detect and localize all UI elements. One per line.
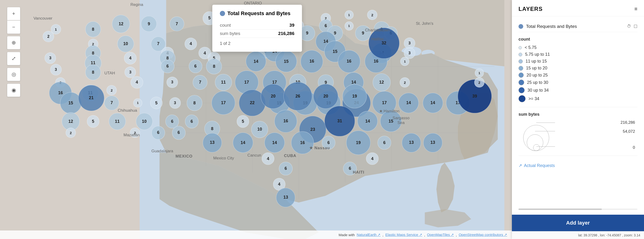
map-bubble[interactable]: 4 bbox=[124, 52, 136, 65]
actual-requests-link[interactable]: ↗ Actual Requests bbox=[518, 161, 638, 170]
openstreetmap-link[interactable]: OpenStreetMap contributors ↗ bbox=[458, 233, 507, 237]
map-bubble[interactable]: 5 bbox=[150, 97, 163, 109]
map-bubble[interactable]: 19 bbox=[346, 131, 370, 155]
naturalearth-link[interactable]: NaturalEarth ↗ bbox=[357, 233, 380, 237]
map-bubble[interactable]: 4 bbox=[185, 38, 197, 50]
legend-divider bbox=[518, 107, 638, 107]
tooltip-bytes-row: sum bytes 216,286 bbox=[220, 30, 294, 38]
map-bubble[interactable]: 16 bbox=[338, 50, 360, 73]
tooltip-count-value: 39 bbox=[290, 23, 294, 28]
size-label-small: 0 bbox=[633, 145, 635, 150]
map-bubble[interactable]: 10 bbox=[251, 121, 268, 138]
map-bubble[interactable]: 8 bbox=[85, 65, 101, 80]
panel-scrollbar[interactable] bbox=[518, 208, 638, 210]
map-bubble[interactable]: 2 bbox=[474, 77, 484, 87]
comma-1: , bbox=[382, 233, 383, 237]
map-bubble[interactable]: 14 bbox=[398, 93, 419, 113]
map-bubble[interactable]: 21 bbox=[78, 85, 104, 111]
map-bubble[interactable]: 5 bbox=[236, 115, 249, 128]
map-bubble[interactable]: 31 bbox=[324, 106, 355, 136]
map-bubble[interactable]: 2 bbox=[107, 85, 117, 95]
map-bubble[interactable]: 8 bbox=[206, 59, 222, 74]
map-bubble[interactable]: 20 bbox=[313, 84, 338, 109]
coordinates-bar: lat: 39.37298 , lon: -74.45087 , zoom: 3… bbox=[512, 231, 644, 239]
elastic-maps-link[interactable]: Elastic Maps Service ↗ bbox=[386, 233, 422, 237]
map-bubble[interactable]: 3 bbox=[166, 77, 178, 88]
status-bar: Made with NaturalEarth ↗ , Elastic Maps … bbox=[0, 230, 512, 239]
map-bubble[interactable]: 8 bbox=[186, 95, 202, 111]
map-bubble[interactable]: 14 bbox=[233, 132, 253, 153]
map-bubble[interactable]: 3 bbox=[169, 97, 181, 109]
layer-edit-icon[interactable]: ☐ bbox=[634, 24, 638, 29]
openmaptiles-link[interactable]: OpenMapTiles ↗ bbox=[427, 233, 454, 237]
tooltip-pagination: 1 of 2 bbox=[220, 41, 294, 46]
legend-label-0: < 5.75 bbox=[525, 45, 537, 50]
legend-divider-2 bbox=[518, 156, 638, 156]
legend-label-6: 30 up to 34 bbox=[528, 88, 549, 93]
map-bubble[interactable]: 16 bbox=[274, 110, 297, 132]
map-bubble[interactable]: 32 bbox=[368, 28, 399, 59]
map-bubble[interactable]: 19 bbox=[342, 84, 367, 108]
map-bubble[interactable]: 15 bbox=[380, 111, 402, 132]
map-bubble[interactable]: 9 bbox=[141, 16, 157, 32]
size-line-small bbox=[536, 146, 555, 147]
map-bubble[interactable]: 5 bbox=[87, 115, 99, 128]
size-legend: 216,286 54,072 0 bbox=[523, 120, 638, 151]
map-bubble[interactable]: 14 bbox=[246, 51, 266, 72]
map-bubble[interactable]: 3 bbox=[404, 38, 415, 49]
map-bubble[interactable]: 2 bbox=[66, 128, 76, 138]
zoom-in-button[interactable]: + bbox=[7, 7, 20, 20]
map-bubble[interactable]: 4 bbox=[262, 153, 274, 165]
map-bubble[interactable]: 20 bbox=[261, 84, 286, 109]
map-bubble[interactable]: 8 bbox=[85, 21, 101, 37]
tooltip-count-row: count 39 bbox=[220, 21, 294, 30]
map-bubble[interactable]: 7 bbox=[170, 17, 184, 31]
map-bubble[interactable]: 15 bbox=[276, 51, 297, 72]
map-bubble[interactable]: 17 bbox=[212, 91, 235, 115]
map-bubble[interactable]: 13 bbox=[423, 133, 442, 152]
zoom-out-button[interactable]: − bbox=[7, 21, 20, 34]
legend-count-section: count < 5.75 5.75 up to 11 11 up to 15 1… bbox=[518, 37, 638, 102]
map-bubble[interactable]: 16 bbox=[300, 50, 323, 73]
zoom-value: 3.14 bbox=[634, 233, 640, 237]
map-bubble[interactable]: 7 bbox=[104, 96, 119, 110]
map-bubble[interactable]: 13 bbox=[276, 188, 295, 207]
map-bubble[interactable]: 3 bbox=[124, 67, 136, 78]
map-bubble[interactable]: 10 bbox=[117, 36, 134, 52]
map-bubble[interactable]: 2 bbox=[43, 31, 54, 42]
legend-label-2: 11 up to 15 bbox=[526, 59, 547, 64]
map-bubble[interactable]: 11 bbox=[215, 74, 232, 91]
layers-button[interactable]: ◉ bbox=[7, 84, 20, 97]
map-bubble[interactable]: 14 bbox=[358, 111, 378, 131]
map-bubble[interactable]: 14 bbox=[423, 93, 443, 113]
legend-circle-3 bbox=[518, 66, 523, 71]
layer-clock-icon[interactable]: ⏱ bbox=[627, 24, 631, 29]
map-bubble[interactable]: 13 bbox=[203, 133, 222, 152]
map-bubble[interactable]: 13 bbox=[402, 133, 421, 152]
legend-circle-6 bbox=[518, 87, 525, 93]
add-layer-button[interactable]: Add layer bbox=[512, 215, 644, 231]
map-bubble[interactable]: 10 bbox=[136, 113, 153, 130]
map-bubble[interactable]: 4 bbox=[366, 153, 378, 165]
legend-item-3: 15 up to 20 bbox=[518, 66, 638, 71]
map-bubble[interactable]: 16 bbox=[291, 132, 314, 154]
compass-button[interactable]: ⊕ bbox=[7, 36, 20, 49]
map-bubble[interactable]: 9 bbox=[355, 25, 371, 41]
comma-2: , bbox=[424, 233, 425, 237]
panel-menu-icon[interactable]: ≡ bbox=[634, 6, 638, 12]
legend-item-7: >= 34 bbox=[518, 95, 638, 102]
map-bubble[interactable]: 11 bbox=[109, 113, 126, 130]
map-bubble[interactable]: 3 bbox=[50, 64, 62, 75]
map-bubble[interactable]: 3 bbox=[44, 52, 56, 64]
hide-button[interactable]: ◎ bbox=[7, 68, 20, 81]
map-bubble[interactable]: 14 bbox=[264, 132, 285, 153]
layer-icons: ⏱ ☐ bbox=[627, 24, 638, 29]
map-bubble[interactable]: 2 bbox=[367, 10, 378, 20]
legend-circle-2 bbox=[518, 59, 523, 64]
map-bubble[interactable]: 2 bbox=[400, 77, 410, 87]
map-bubble[interactable]: 7 bbox=[193, 75, 207, 90]
map-bubble[interactable]: 2 bbox=[130, 128, 140, 138]
map-bubble[interactable]: 26 bbox=[284, 82, 312, 111]
map-bubble[interactable]: 4 bbox=[131, 76, 143, 89]
select-tool-button[interactable]: ⤢ bbox=[7, 52, 20, 65]
